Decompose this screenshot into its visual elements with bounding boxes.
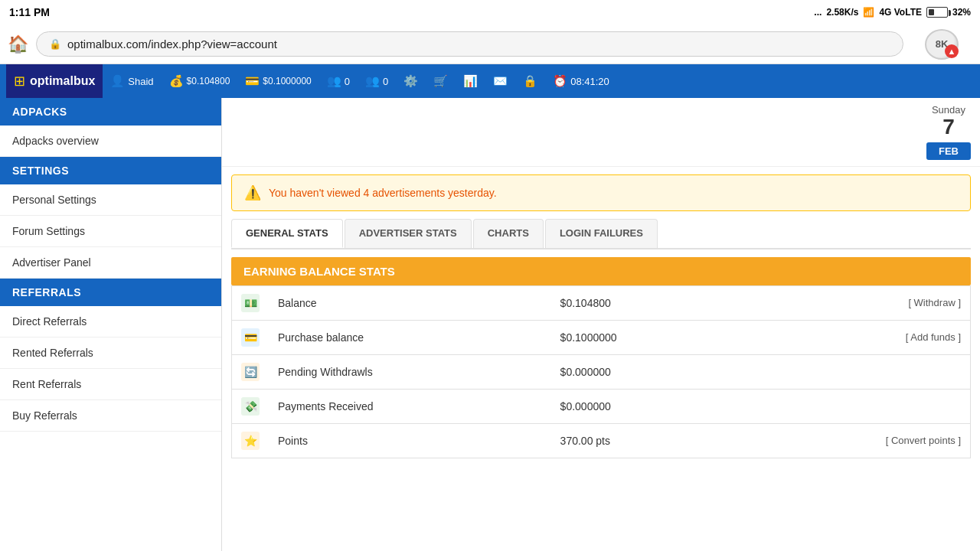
mail-icon: ✉️ [493,74,508,88]
logo-icon: ⊞ [14,73,25,90]
user-icon: 👤 [110,74,125,88]
settings-icon: ⚙️ [403,74,418,88]
payments-label: Payments Received [269,389,551,423]
status-time: 1:11 PM [9,6,50,18]
balance-icon: 💵 [241,294,260,312]
sidebar-item-buy-referrals[interactable]: Buy Referrals [0,400,221,432]
url-input[interactable]: 🔒 optimalbux.com/index.php?view=account [36,31,903,57]
pending-action [737,354,971,389]
tab-advertiser-stats[interactable]: ADVERTISER STATS [345,219,472,248]
nav-ref2-count: 0 [383,76,388,87]
logo-area[interactable]: ⊞ optimalbux [6,64,103,98]
table-row: 💵 Balance $0.104800 [ Withdraw ] [232,285,971,320]
calendar-widget: Sunday 7 FEB [926,104,971,160]
sidebar-item-advertiser-panel[interactable]: Advertiser Panel [0,247,221,279]
sidebar: ADPACKS Adpacks overview SETTINGS Person… [0,98,222,551]
calendar-day-name: Sunday [926,104,971,116]
nav-lock[interactable]: 🔒 [515,64,545,98]
warning-banner: ⚠️ You haven't viewed 4 advertisements y… [231,174,971,211]
balance-icon-cell: 💵 [232,285,270,320]
sidebar-item-rent-referrals[interactable]: Rent Referrals [0,369,221,400]
nav-mail[interactable]: ✉️ [485,64,515,98]
calendar-section: Sunday 7 FEB [222,98,980,167]
table-row: ⭐ Points 370.00 pts [ Convert points ] [232,423,971,458]
nav-purchase-amount: $0.1000000 [263,76,311,86]
sidebar-item-forum-settings[interactable]: Forum Settings [0,216,221,247]
stats-content: EARNING BALANCE STATS 💵 Balance $0.10480… [222,257,980,468]
sidebar-item-rented-referrals[interactable]: Rented Referrals [0,337,221,369]
nav-clock: ⏰ 08:41:20 [545,64,617,98]
balance-action[interactable]: [ Withdraw ] [737,285,971,320]
nav-lock-icon: 🔒 [523,74,537,88]
home-icon[interactable]: 🏠 [8,34,28,54]
balance-label: Balance [269,285,551,320]
table-row: 💸 Payments Received $0.000000 [232,389,971,423]
nav-purchase-balance[interactable]: 💳 $0.1000000 [237,64,318,98]
nav-time: 08:41:20 [570,76,609,87]
nav-earning-balance[interactable]: 💰 $0.104800 [162,64,238,98]
sidebar-section-adpacks: ADPACKS [0,98,221,126]
warning-icon: ⚠️ [244,184,261,201]
payments-icon-cell: 💸 [232,389,270,423]
cart-icon: 🛒 [433,74,448,88]
purchase-balance-label: Purchase balance [269,320,551,354]
status-right: ... 2.58K/s 📶 4G VoLTE 32% [814,7,971,18]
balance-value: $0.104800 [551,285,737,320]
purchase-icon: 💳 [245,74,260,88]
nav-earning-amount: $0.104800 [187,76,230,86]
km-circle: 8K ▲ [925,29,959,60]
table-row: 💳 Purchase balance $0.1000000 [ Add fund… [232,320,971,354]
points-icon: ⭐ [241,432,260,450]
sidebar-item-adpacks-overview[interactable]: Adpacks overview [0,126,221,157]
sidebar-item-direct-referrals[interactable]: Direct Referrals [0,306,221,337]
purchase-balance-action[interactable]: [ Add funds ] [737,320,971,354]
pending-value: $0.000000 [551,354,737,389]
tabs: GENERAL STATS ADVERTISER STATS CHARTS LO… [231,219,971,249]
points-label: Points [269,423,551,458]
nav-cart[interactable]: 🛒 [426,64,456,98]
purchase-icon-cell: 💳 [232,320,270,354]
points-value: 370.00 pts [551,423,737,458]
referral2-icon: 👥 [365,74,380,88]
stats-icon: 📊 [463,74,478,88]
warning-message: You haven't viewed 4 advertisements yest… [269,187,497,199]
referral1-icon: 👥 [327,74,341,88]
pending-label: Pending Withdrawls [269,354,551,389]
km-badge-red: ▲ [945,44,959,58]
status-dots: ... [814,7,822,18]
status-signal-icon: 📶 [863,7,874,18]
nav-stats[interactable]: 📊 [456,64,485,98]
battery-fill [929,9,934,15]
earning-icon: 💰 [169,74,184,88]
nav-settings[interactable]: ⚙️ [396,64,426,98]
purchase-balance-icon: 💳 [241,328,260,347]
nav-referrals1[interactable]: 👥 0 [319,64,358,98]
clock-icon: ⏰ [553,74,567,88]
points-action[interactable]: [ Convert points ] [737,423,971,458]
payments-icon: 💸 [241,397,260,416]
battery-percent: 32% [952,7,971,18]
sidebar-section-settings: SETTINGS [0,157,221,184]
nav-referrals2[interactable]: 👥 0 [358,64,396,98]
table-row: 🔄 Pending Withdrawls $0.000000 [232,354,971,389]
nav-ref1-count: 0 [345,76,350,87]
content-area: Sunday 7 FEB ⚠️ You haven't viewed 4 adv… [222,98,980,551]
status-signal: 4G VoLTE [879,7,922,18]
tab-charts[interactable]: CHARTS [473,219,544,248]
nav-user[interactable]: 👤 Shaid [103,64,161,98]
lock-icon: 🔒 [49,38,61,50]
battery-icon [926,7,948,18]
sidebar-item-personal-settings[interactable]: Personal Settings [0,184,221,216]
pending-icon: 🔄 [241,363,260,381]
url-bar: 🏠 🔒 optimalbux.com/index.php?view=accoun… [0,24,980,64]
calendar-month: FEB [926,142,971,160]
purchase-balance-value: $0.1000000 [551,320,737,354]
points-icon-cell: ⭐ [232,423,270,458]
sidebar-section-referrals: REFERRALS [0,279,221,306]
pending-icon-cell: 🔄 [232,354,270,389]
nav-bar: ⊞ optimalbux 👤 Shaid 💰 $0.104800 💳 $0.10… [0,64,980,98]
tab-login-failures[interactable]: LOGIN FAILURES [545,219,658,248]
logo-text: optimalbux [30,74,95,88]
status-network: 2.58K/s [826,7,858,18]
tab-general-stats[interactable]: GENERAL STATS [231,219,343,248]
